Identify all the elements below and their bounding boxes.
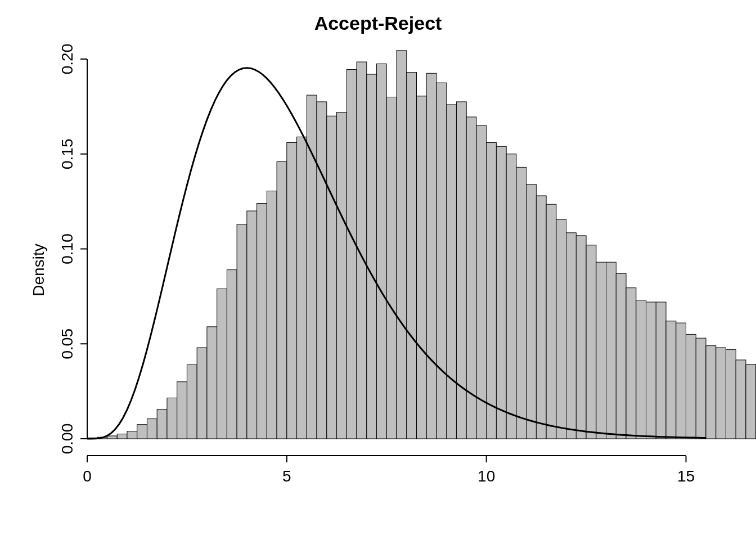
histogram-bar bbox=[646, 302, 656, 439]
chart-canvas: 0510150.000.050.100.150.20 bbox=[0, 0, 756, 540]
histogram-bar bbox=[167, 398, 177, 439]
histogram-bar bbox=[327, 116, 337, 439]
histogram-bar bbox=[746, 364, 756, 439]
histogram-bar bbox=[237, 224, 247, 439]
histogram-bar bbox=[197, 348, 207, 439]
histogram-bar bbox=[207, 327, 217, 439]
histogram-bar bbox=[147, 419, 157, 439]
histogram-bar bbox=[626, 288, 636, 439]
histogram-bar bbox=[487, 143, 497, 439]
histogram-bar bbox=[426, 73, 436, 439]
histogram-bar bbox=[187, 364, 197, 439]
y-tick-label: 0.20 bbox=[58, 44, 76, 75]
histogram-bar bbox=[346, 70, 357, 439]
histogram-bar bbox=[566, 233, 577, 439]
histogram-bar bbox=[586, 245, 596, 439]
histogram-bar bbox=[297, 137, 307, 439]
histogram-bar bbox=[496, 146, 506, 439]
histogram-bar bbox=[656, 302, 666, 439]
histogram-bar bbox=[606, 262, 616, 439]
histogram-bar bbox=[516, 167, 526, 439]
histogram-bar bbox=[257, 204, 267, 439]
y-tick-label: 0.05 bbox=[58, 328, 76, 359]
histogram-bar bbox=[377, 64, 387, 439]
histogram-bar bbox=[686, 334, 696, 439]
histogram-bar bbox=[636, 300, 646, 439]
histogram-bar bbox=[506, 154, 516, 439]
histogram-bar bbox=[287, 143, 297, 439]
histogram-bar bbox=[716, 348, 726, 439]
histogram-bar bbox=[456, 102, 466, 439]
histogram-bar bbox=[137, 425, 147, 439]
histogram-bar bbox=[616, 273, 626, 439]
histogram-bar bbox=[736, 360, 746, 439]
histogram-bar bbox=[367, 74, 377, 439]
histogram-bar bbox=[466, 117, 476, 439]
y-tick-label: 0.15 bbox=[58, 139, 76, 170]
histogram-bar bbox=[476, 125, 487, 439]
histogram-bar bbox=[596, 262, 606, 439]
histogram-bar bbox=[407, 73, 417, 439]
histogram-bar bbox=[576, 236, 586, 439]
histogram-bar bbox=[397, 51, 407, 439]
histogram-bar bbox=[556, 219, 566, 439]
histogram-bar bbox=[177, 382, 187, 439]
histogram-bar bbox=[666, 321, 676, 439]
histogram-bar bbox=[416, 96, 426, 439]
histogram-bar bbox=[337, 112, 347, 439]
histogram-bar bbox=[436, 83, 447, 439]
histogram-bar bbox=[447, 105, 457, 439]
histogram-bar bbox=[117, 434, 127, 439]
histogram-bar bbox=[386, 97, 397, 439]
histogram-bar bbox=[127, 431, 137, 439]
histogram-bar bbox=[726, 349, 736, 439]
histogram-bar bbox=[227, 270, 237, 439]
histogram-bar bbox=[526, 184, 537, 439]
x-tick-label: 5 bbox=[282, 467, 291, 485]
x-tick-label: 10 bbox=[478, 467, 495, 485]
histogram-bar bbox=[696, 338, 706, 439]
histogram-bar bbox=[157, 410, 167, 439]
y-tick-label: 0.10 bbox=[58, 233, 76, 264]
x-tick-label: 0 bbox=[83, 467, 92, 485]
histogram-bar bbox=[267, 191, 277, 439]
histogram-bar bbox=[706, 346, 716, 439]
histogram-bar bbox=[247, 211, 257, 439]
histogram-bar bbox=[107, 436, 117, 439]
histogram-bar bbox=[536, 196, 546, 439]
histogram-bar bbox=[277, 161, 287, 439]
x-tick-label: 15 bbox=[677, 467, 695, 485]
y-tick-label: 0.00 bbox=[58, 424, 76, 454]
histogram-bar bbox=[546, 204, 556, 439]
histogram-bar bbox=[317, 102, 327, 439]
histogram-bar bbox=[217, 289, 227, 439]
histogram-bar bbox=[676, 323, 686, 439]
